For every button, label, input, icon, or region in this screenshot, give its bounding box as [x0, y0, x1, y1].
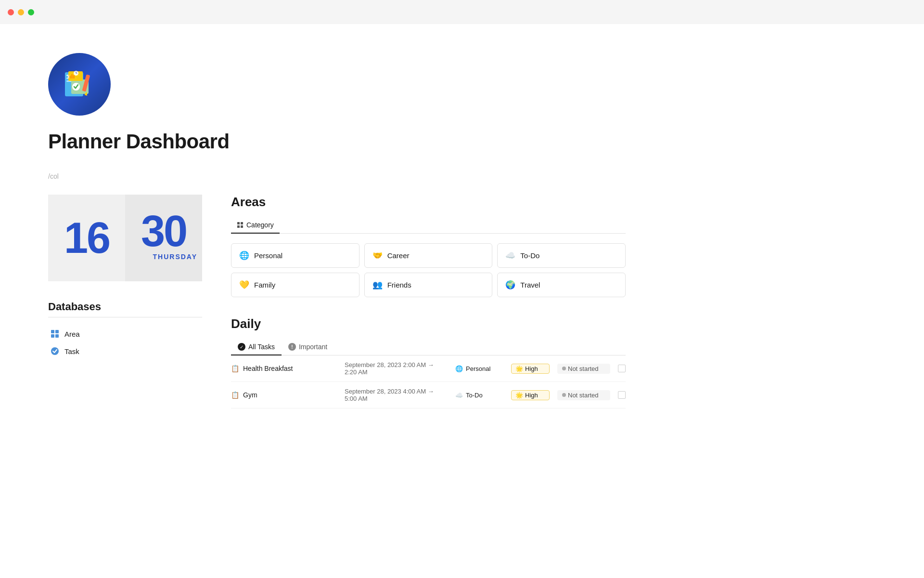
databases-section: Databases Area — [48, 301, 202, 360]
database-item-area[interactable]: Area — [48, 325, 202, 342]
databases-title: Databases — [48, 301, 202, 317]
left-panel: 16 30 THURSDAY Databases — [48, 195, 202, 360]
task-category-gym: ☁️ To-Do — [455, 392, 503, 399]
area-todo-label: To-Do — [520, 251, 539, 260]
svg-rect-10 — [69, 76, 71, 79]
travel-emoji: 🌍 — [505, 280, 515, 290]
database-area-label: Area — [64, 330, 80, 338]
areas-section: Areas Category 🌐 — [231, 195, 626, 297]
logo-svg: + — [58, 63, 101, 106]
daily-tab-bar: ✓ All Tasks ! Important — [231, 339, 626, 355]
priority-emoji-health: 🌟 — [515, 365, 523, 372]
tab-important-label: Important — [299, 343, 327, 351]
area-family-label: Family — [254, 281, 275, 289]
areas-grid: 🌐 Personal 🤝 Career ☁️ To-Do 💛 Family — [231, 243, 626, 297]
date-day-box: 16 — [48, 195, 125, 281]
right-panel: Areas Category 🌐 — [231, 195, 626, 408]
date-widget: 16 30 THURSDAY — [48, 195, 202, 281]
task-category-health: 🌐 Personal — [455, 365, 503, 372]
category-label-health: Personal — [466, 365, 490, 372]
priority-label-health: High — [525, 365, 538, 372]
svg-rect-20 — [241, 222, 243, 224]
task-item-icon: 📋 — [231, 365, 239, 372]
maximize-button[interactable] — [28, 9, 34, 15]
task-item-icon-gym: 📋 — [231, 391, 239, 399]
area-travel-label: Travel — [520, 281, 540, 289]
task-priority-health: 🌟 High — [511, 364, 550, 374]
friends-emoji: 👥 — [372, 280, 383, 290]
task-name-health: 📋 Health Breakfast — [231, 365, 337, 372]
close-button[interactable] — [8, 9, 14, 15]
area-card-family[interactable]: 💛 Family — [231, 273, 359, 297]
area-personal-label: Personal — [254, 251, 282, 260]
task-name-label-gym: Gym — [243, 391, 257, 399]
svg-rect-19 — [237, 222, 240, 224]
table-row: 📋 Health Breakfast September 28, 2023 2:… — [231, 355, 626, 382]
task-status-health: Not started — [557, 364, 610, 374]
area-card-personal[interactable]: 🌐 Personal — [231, 243, 359, 268]
svg-rect-11 — [71, 74, 73, 79]
svg-rect-22 — [241, 225, 243, 228]
task-checkbox-health[interactable] — [618, 365, 626, 372]
category-emoji-gym: ☁️ — [455, 392, 463, 399]
minimize-button[interactable] — [18, 9, 24, 15]
database-task-label: Task — [64, 347, 79, 355]
tab-all-tasks[interactable]: ✓ All Tasks — [231, 339, 282, 355]
two-col-layout: 16 30 THURSDAY Databases — [48, 195, 626, 408]
areas-tab-bar: Category — [231, 217, 626, 234]
task-time-health: September 28, 2023 2:00 AM → 2:20 AM — [345, 361, 448, 376]
status-dot-health — [562, 367, 566, 370]
date-day-number: 16 — [64, 213, 109, 263]
svg-rect-14 — [51, 330, 54, 333]
task-checkbox-gym[interactable] — [618, 391, 626, 399]
table-row: 📋 Gym September 28, 2023 4:00 AM → 5:00 … — [231, 382, 626, 408]
status-label-gym: Not started — [568, 392, 599, 399]
main-content: + Planner Dashboard /col 16 30 — [0, 53, 674, 408]
priority-label-gym: High — [525, 392, 538, 399]
tab-all-tasks-label: All Tasks — [248, 343, 275, 351]
areas-title: Areas — [231, 195, 626, 210]
date-time-box: 30 THURSDAY — [125, 195, 202, 281]
area-card-travel[interactable]: 🌍 Travel — [497, 273, 626, 297]
daily-title: Daily — [231, 316, 626, 331]
task-time-gym: September 28, 2023 4:00 AM → 5:00 AM — [345, 388, 448, 402]
svg-rect-12 — [73, 75, 75, 79]
col-hint: /col — [48, 172, 626, 180]
todo-emoji: ☁️ — [505, 250, 515, 261]
logo: + — [48, 53, 111, 116]
area-card-friends[interactable]: 👥 Friends — [364, 273, 493, 297]
tab-important[interactable]: ! Important — [282, 339, 334, 355]
important-warning-icon: ! — [288, 343, 296, 351]
category-label-gym: To-Do — [466, 392, 483, 399]
task-name-label: Health Breakfast — [243, 365, 293, 372]
tab-category[interactable]: Category — [231, 217, 280, 234]
date-day-name: THURSDAY — [153, 253, 203, 266]
personal-emoji: 🌐 — [239, 250, 249, 261]
priority-emoji-gym: 🌟 — [515, 392, 523, 399]
all-tasks-check-icon: ✓ — [238, 343, 245, 351]
task-priority-gym: 🌟 High — [511, 390, 550, 400]
database-item-task[interactable]: Task — [48, 342, 202, 360]
daily-section: Daily ✓ All Tasks ! Important 📋 He — [231, 316, 626, 408]
logo-area: + — [48, 53, 626, 116]
page-title: Planner Dashboard — [48, 130, 626, 153]
titlebar — [0, 0, 924, 24]
tab-category-label: Category — [246, 221, 274, 229]
status-label-health: Not started — [568, 365, 599, 372]
task-status-gym: Not started — [557, 390, 610, 400]
svg-rect-17 — [55, 334, 59, 338]
svg-point-18 — [51, 347, 59, 355]
category-grid-icon — [237, 222, 244, 228]
svg-rect-15 — [55, 330, 59, 333]
area-card-career[interactable]: 🤝 Career — [364, 243, 493, 268]
career-emoji: 🤝 — [372, 250, 383, 261]
svg-rect-16 — [51, 334, 54, 338]
svg-rect-21 — [237, 225, 240, 228]
category-emoji-health: 🌐 — [455, 365, 463, 372]
area-card-todo[interactable]: ☁️ To-Do — [497, 243, 626, 268]
date-minute-number: 30 — [141, 210, 186, 253]
area-career-label: Career — [387, 251, 410, 260]
area-icon — [50, 329, 60, 339]
status-dot-gym — [562, 393, 566, 397]
task-name-gym: 📋 Gym — [231, 391, 337, 399]
